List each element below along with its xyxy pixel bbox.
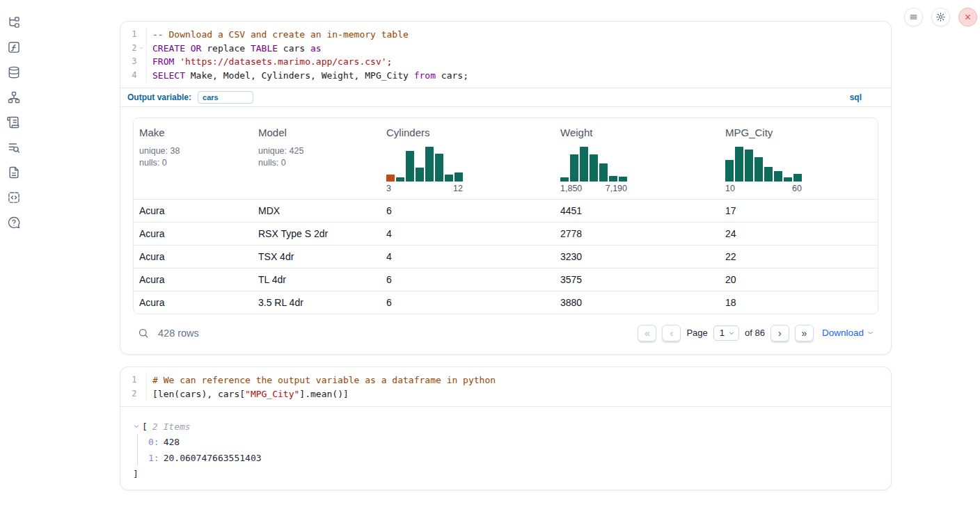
table-cell: 3880 [555, 297, 720, 308]
histogram-bar [455, 172, 463, 182]
table-cell: Acura [134, 205, 253, 216]
code-line[interactable]: 2CREATE OR replace TABLE cars as [120, 42, 891, 56]
output-variable-row: Output variable: cars sql [120, 88, 891, 106]
output-variable-input[interactable]: cars [198, 91, 253, 104]
last-page-button[interactable]: » [795, 325, 814, 341]
collapse-chevron-icon[interactable] [133, 423, 140, 430]
histogram-bar [784, 177, 792, 182]
table-cell: Acura [134, 274, 253, 285]
bracket-close: ] [133, 466, 878, 481]
column-name[interactable]: Cylinders [386, 127, 549, 138]
download-button[interactable]: Download [822, 328, 874, 338]
code-text: CREATE OR replace TABLE cars as [147, 42, 322, 56]
settings-button[interactable] [931, 8, 950, 26]
language-badge: sql [850, 92, 862, 102]
table-cell: 20 [720, 274, 878, 285]
line-number: 2 [120, 42, 136, 56]
page-total-label: of 86 [745, 328, 765, 338]
column-name[interactable]: MPG_City [725, 127, 872, 138]
first-page-button[interactable]: « [638, 325, 656, 341]
sql-code-editor[interactable]: 1-- Download a CSV and create an in-memo… [120, 22, 891, 88]
page-select-value: 1 [720, 328, 725, 338]
gutter: 1 [120, 373, 147, 387]
column-histogram: 1060 [725, 147, 802, 193]
page-label: Page [686, 328, 707, 338]
page-select[interactable]: 1 [713, 325, 739, 341]
code-text: # We can reference the output variable a… [147, 373, 496, 387]
variables-icon[interactable] [7, 40, 21, 54]
code-line[interactable]: 3FROM 'https://datasets.marimo.app/cars.… [120, 55, 891, 69]
histogram-bar [445, 175, 453, 182]
python-cell-output: [ 2 Items 0:4281:20.060747663551403 ] [120, 406, 891, 490]
search-icon[interactable] [137, 327, 150, 339]
table-cell: 17 [720, 205, 878, 216]
column-name[interactable]: Make [139, 127, 247, 138]
table-cell: 3.5 RL 4dr [253, 297, 381, 308]
item-value: 20.060747663551403 [164, 453, 262, 463]
column-stats: unique: 425nulls: 0 [258, 145, 375, 169]
next-page-button[interactable]: › [770, 325, 789, 341]
code-line[interactable]: 2[len(cars), cars["MPG_City"].mean()] [120, 387, 891, 401]
prev-page-button[interactable]: ‹ [662, 325, 681, 341]
code-line[interactable]: 1-- Download a CSV and create an in-memo… [120, 28, 891, 42]
close-button[interactable] [958, 8, 977, 26]
menu-button[interactable] [904, 8, 923, 26]
help-icon[interactable] [7, 216, 21, 230]
code-line[interactable]: 4SELECT Make, Model, Cylinders, Weight, … [120, 69, 891, 83]
fold-gutter [136, 373, 146, 387]
table-cell: 6 [381, 274, 555, 285]
table-cell: Acura [134, 251, 253, 262]
chevron-down-icon [728, 330, 735, 337]
histogram-bar [725, 160, 734, 182]
line-number: 1 [120, 28, 136, 42]
line-number: 2 [120, 387, 136, 401]
histogram-bar [416, 168, 424, 182]
logs-icon[interactable] [7, 140, 21, 154]
histogram-bar [774, 171, 782, 182]
histogram-bar [396, 177, 404, 182]
dependency-graph-icon[interactable] [7, 90, 21, 104]
table-header: Makeunique: 38nulls: 0Modelunique: 425nu… [134, 118, 878, 199]
histogram-bar [406, 151, 414, 182]
file-explorer-icon[interactable] [7, 15, 21, 29]
snippets-icon[interactable] [7, 191, 21, 204]
column-header: MPG_City1060 [720, 127, 878, 199]
histogram-bar [435, 154, 443, 182]
line-number: 3 [120, 55, 136, 69]
result-item: 0:428 [148, 434, 878, 450]
histogram-bar [754, 157, 763, 182]
code-text: [len(cars), cars["MPG_City"].mean()] [147, 387, 349, 401]
fold-gutter [136, 387, 146, 401]
scratchpad-icon[interactable] [7, 115, 21, 129]
data-sources-icon[interactable] [7, 65, 21, 79]
table-row: AcuraMDX6445117 [134, 199, 878, 222]
code-line[interactable]: 1# We can reference the output variable … [120, 373, 891, 387]
bracket-open: [ [142, 421, 148, 432]
histogram-bar [619, 177, 627, 182]
table-cell: 6 [381, 297, 555, 308]
table-footer: 428 rows « ‹ Page 1 of 86 › » Download [133, 323, 878, 342]
table-cell: 4451 [555, 205, 720, 216]
result-tree-items: 0:4281:20.060747663551403 [137, 434, 878, 466]
histogram-bar [560, 177, 569, 182]
column-name[interactable]: Weight [560, 127, 714, 138]
gutter: 2 [120, 387, 147, 401]
gutter: 4 [120, 69, 147, 83]
sql-cell: 1-- Download a CSV and create an in-memo… [120, 21, 892, 355]
fold-gutter [136, 55, 146, 69]
table-cell: 2778 [555, 228, 720, 239]
code-text: FROM 'https://datasets.marimo.app/cars.c… [147, 55, 392, 69]
table-body: AcuraMDX6445117AcuraRSX Type S 2dr427782… [134, 199, 878, 314]
histogram-bar [425, 147, 434, 182]
documentation-icon[interactable] [7, 166, 21, 179]
column-header: Modelunique: 425nulls: 0 [253, 127, 381, 199]
histogram-bar [764, 167, 773, 182]
result-item: 1:20.060747663551403 [148, 450, 878, 466]
column-name[interactable]: Model [258, 127, 375, 138]
gutter: 3 [120, 55, 147, 69]
fold-chevron-icon[interactable] [136, 42, 146, 56]
items-count-label: 2 Items [152, 421, 191, 432]
python-code-editor[interactable]: 1# We can reference the output variable … [120, 367, 891, 406]
histogram-bars [560, 147, 627, 182]
column-header: Weight1,8507,190 [555, 127, 720, 199]
